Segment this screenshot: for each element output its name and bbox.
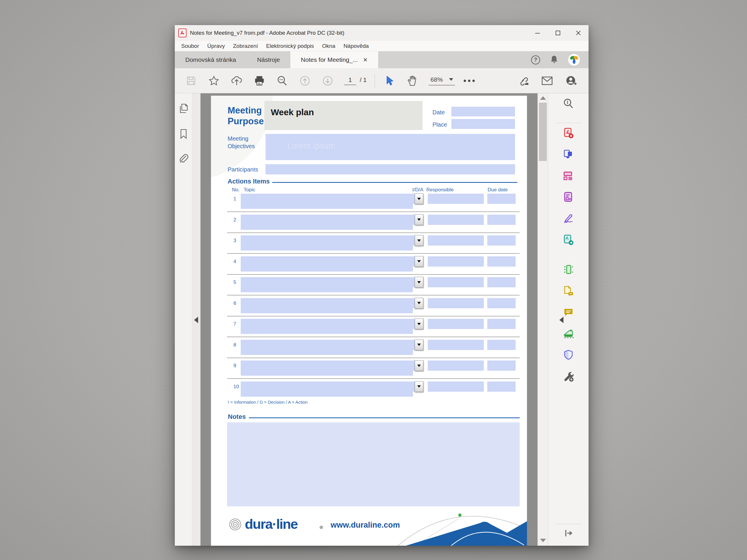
topic-field[interactable] bbox=[241, 361, 413, 376]
topic-field[interactable] bbox=[241, 298, 413, 313]
responsible-field[interactable] bbox=[428, 361, 484, 371]
responsible-field[interactable] bbox=[428, 277, 484, 287]
responsible-field[interactable] bbox=[428, 319, 484, 329]
expand-panel-icon[interactable] bbox=[564, 528, 573, 539]
ida-dropdown[interactable] bbox=[409, 235, 423, 246]
duedate-field[interactable] bbox=[487, 194, 516, 204]
email-icon[interactable] bbox=[541, 73, 553, 88]
duedate-field[interactable] bbox=[487, 381, 516, 392]
hand-tool-icon[interactable] bbox=[406, 73, 419, 88]
request-comments-icon[interactable] bbox=[562, 285, 575, 297]
topic-field[interactable] bbox=[241, 215, 413, 230]
ida-dropdown[interactable] bbox=[409, 361, 423, 371]
collapse-nav-arrow-icon[interactable] bbox=[194, 317, 198, 323]
menu-item-soubor[interactable]: Soubor bbox=[177, 43, 203, 49]
export-share-icon[interactable] bbox=[562, 234, 575, 246]
minimize-button[interactable] bbox=[527, 25, 548, 41]
zoom-control[interactable]: 68% bbox=[429, 76, 455, 85]
help-icon[interactable]: ? bbox=[531, 55, 540, 64]
protect-icon[interactable] bbox=[562, 349, 575, 361]
tab-tools[interactable]: Nástroje bbox=[247, 51, 290, 68]
menu-item-zobrazeni[interactable]: Zobrazení bbox=[229, 43, 262, 49]
dropdown-arrow-icon[interactable] bbox=[415, 340, 423, 350]
more-tools-icon[interactable] bbox=[464, 80, 475, 82]
topic-field[interactable] bbox=[241, 277, 413, 292]
organize-pages-icon[interactable] bbox=[562, 170, 575, 182]
attachments-icon[interactable] bbox=[178, 153, 189, 166]
close-button[interactable] bbox=[568, 25, 589, 41]
participants-field[interactable] bbox=[265, 164, 515, 175]
previous-page-icon[interactable] bbox=[299, 73, 311, 88]
ida-dropdown[interactable] bbox=[409, 194, 423, 204]
topic-field[interactable] bbox=[241, 381, 413, 397]
page-thumbnails-icon[interactable] bbox=[178, 103, 189, 115]
dropdown-arrow-icon[interactable] bbox=[415, 235, 423, 246]
ida-dropdown[interactable] bbox=[409, 381, 423, 392]
place-field[interactable] bbox=[452, 119, 515, 129]
dropdown-arrow-icon[interactable] bbox=[415, 256, 423, 267]
duedate-field[interactable] bbox=[487, 215, 516, 225]
responsible-field[interactable] bbox=[428, 194, 484, 204]
print-icon[interactable] bbox=[253, 73, 266, 88]
topic-field[interactable] bbox=[241, 319, 413, 334]
dropdown-arrow-icon[interactable] bbox=[415, 381, 423, 392]
account-avatar[interactable] bbox=[568, 54, 580, 65]
select-tool-icon[interactable] bbox=[383, 73, 396, 88]
duedate-field[interactable] bbox=[487, 361, 516, 371]
duedate-field[interactable] bbox=[487, 319, 516, 329]
ida-dropdown-value[interactable] bbox=[409, 235, 415, 246]
duedate-field[interactable] bbox=[487, 235, 516, 246]
create-pdf-icon[interactable] bbox=[562, 127, 575, 139]
menu-item-upravy[interactable]: Úpravy bbox=[203, 43, 229, 49]
dropdown-arrow-icon[interactable] bbox=[415, 277, 423, 288]
page-number-input[interactable]: 1 bbox=[344, 76, 356, 85]
ida-dropdown[interactable] bbox=[409, 277, 423, 287]
star-icon[interactable] bbox=[207, 73, 220, 88]
ida-dropdown-value[interactable] bbox=[409, 340, 415, 350]
ida-dropdown-value[interactable] bbox=[409, 215, 415, 225]
share-link-icon[interactable] bbox=[517, 73, 530, 88]
upload-cloud-icon[interactable] bbox=[230, 73, 243, 88]
menu-item-napoveda[interactable]: Nápověda bbox=[339, 43, 373, 49]
dropdown-arrow-icon[interactable] bbox=[415, 319, 423, 329]
topic-field[interactable] bbox=[241, 194, 413, 209]
ida-dropdown-value[interactable] bbox=[409, 361, 415, 371]
scroll-down-icon[interactable] bbox=[540, 539, 546, 542]
date-field[interactable] bbox=[452, 107, 515, 116]
ida-dropdown[interactable] bbox=[409, 215, 423, 225]
notifications-bell-icon[interactable] bbox=[550, 55, 558, 65]
search-tools-icon[interactable] bbox=[562, 98, 575, 110]
add-user-icon[interactable] bbox=[565, 73, 577, 88]
search-icon[interactable] bbox=[276, 73, 289, 88]
responsible-field[interactable] bbox=[428, 235, 484, 246]
tab-close-icon[interactable] bbox=[363, 57, 368, 62]
comment-icon[interactable] bbox=[562, 306, 575, 319]
ida-dropdown-value[interactable] bbox=[409, 298, 415, 308]
responsible-field[interactable] bbox=[428, 298, 484, 308]
topic-field[interactable] bbox=[241, 257, 413, 271]
duedate-field[interactable] bbox=[487, 257, 516, 267]
duedate-field[interactable] bbox=[487, 277, 516, 287]
responsible-field[interactable] bbox=[428, 257, 484, 267]
menu-item-elektronicky-podpis[interactable]: Elektronický podpis bbox=[262, 43, 318, 49]
responsible-field[interactable] bbox=[428, 340, 484, 350]
scan-ocr-icon[interactable] bbox=[562, 327, 575, 340]
maximize-button[interactable] bbox=[548, 25, 568, 41]
crop-pages-icon[interactable] bbox=[562, 264, 575, 276]
objectives-field[interactable]: Lorem Ipsum bbox=[265, 134, 515, 160]
dropdown-arrow-icon[interactable] bbox=[415, 193, 423, 204]
ida-dropdown-value[interactable] bbox=[409, 381, 415, 392]
bookmarks-icon[interactable] bbox=[179, 128, 188, 140]
tab-document[interactable]: Notes for Meeting_... bbox=[290, 51, 378, 68]
responsible-field[interactable] bbox=[428, 215, 484, 225]
save-icon[interactable] bbox=[185, 73, 198, 88]
ida-dropdown-value[interactable] bbox=[409, 257, 415, 267]
scroll-up-icon[interactable] bbox=[540, 96, 546, 100]
dropdown-arrow-icon[interactable] bbox=[415, 214, 423, 225]
menu-item-okna[interactable]: Okna bbox=[318, 43, 339, 49]
topic-field[interactable] bbox=[241, 235, 413, 250]
more-tools-icon-rail[interactable] bbox=[562, 370, 575, 382]
duedate-field[interactable] bbox=[487, 340, 516, 350]
ida-dropdown-value[interactable] bbox=[409, 277, 415, 287]
responsible-field[interactable] bbox=[428, 381, 484, 392]
